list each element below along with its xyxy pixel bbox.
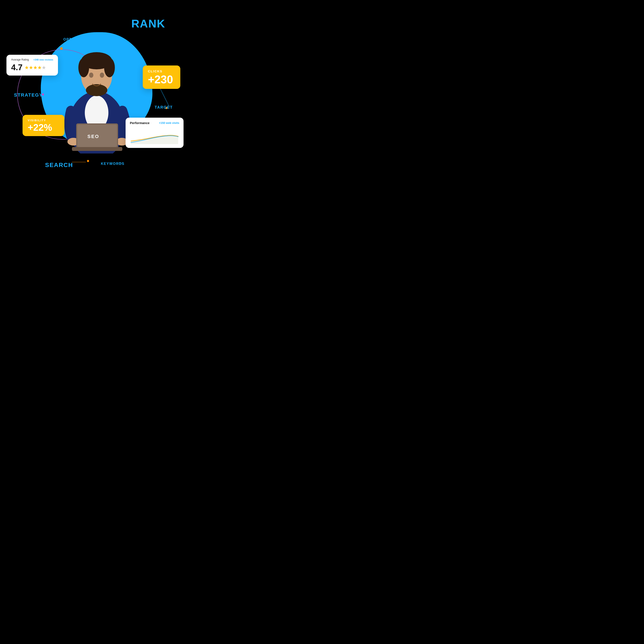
clicks-card: CLICKS +230: [143, 65, 180, 89]
target-label: TARGET: [155, 105, 173, 110]
clicks-label: CLICKS: [148, 69, 175, 73]
dot-search: [87, 160, 89, 162]
svg-text:SEO: SEO: [87, 134, 99, 139]
rating-card: Avarage Rating +348 new reviews 4.7 ★ ★ …: [6, 55, 58, 76]
optimization-label: OPTIMIZATION: [63, 38, 93, 41]
scene: SEO RANK OPTIMIZATION STRATEGY TARGET SE…: [0, 0, 193, 193]
svg-point-11: [89, 73, 93, 78]
svg-point-8: [78, 58, 89, 77]
performance-card: Performance +150 web visits: [126, 118, 184, 148]
rating-value: 4.7: [11, 63, 23, 72]
strategy-label: STRATEGY: [14, 92, 43, 98]
svg-point-12: [100, 73, 104, 78]
performance-chart: [130, 127, 179, 144]
dot-optimization: [60, 47, 63, 50]
svg-point-9: [104, 58, 115, 77]
rating-reviews: +348 new reviews: [33, 58, 53, 61]
svg-rect-17: [72, 147, 122, 151]
star-3: ★: [33, 65, 37, 70]
star-5: ★: [42, 65, 46, 70]
clicks-value: +230: [148, 74, 175, 85]
performance-visits: +150 web visits: [159, 121, 179, 125]
star-4: ★: [38, 65, 41, 70]
stars-container: ★ ★ ★ ★ ★: [25, 65, 46, 70]
rating-title: Avarage Rating: [11, 58, 29, 61]
keywords-label: KEYWORDS: [101, 162, 125, 166]
visibility-value: +22%: [28, 123, 59, 132]
rank-label: RANK: [131, 17, 165, 30]
search-label: SEARCH: [45, 162, 73, 169]
star-1: ★: [25, 65, 29, 70]
visibility-label: VISIBILITY: [28, 119, 59, 122]
star-2: ★: [29, 65, 33, 70]
performance-title: Performance: [130, 121, 150, 125]
visibility-card: VISIBILITY +22%: [23, 115, 64, 136]
